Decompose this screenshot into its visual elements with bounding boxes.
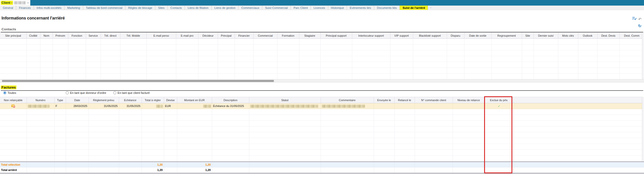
col-vip-support[interactable]: VIP support	[390, 33, 413, 39]
col-mots-cles[interactable]: Mots clés	[558, 33, 578, 39]
radio-toutes[interactable]	[3, 91, 6, 94]
col-email-perso[interactable]: E-mail perso	[146, 33, 176, 39]
col-financier[interactable]: Financier	[235, 33, 253, 39]
tab-tableau-de-bord-commercial[interactable]: Tableau de bord commercial	[83, 6, 125, 10]
tab-historique[interactable]: Historique	[328, 6, 347, 10]
tab-suivi-de-l-arriere[interactable]: Suivi de l'arriéré	[400, 6, 428, 10]
col-principal[interactable]: Principal	[218, 33, 235, 39]
col-statut[interactable]: Statut	[249, 97, 321, 103]
tab-sites[interactable]: Sites	[155, 6, 168, 10]
col-site-principal[interactable]: Site principal	[0, 33, 26, 39]
document-tab[interactable]: Client - ×	[0, 0, 30, 6]
tab-parc-client[interactable]: Parc Client	[291, 6, 311, 10]
contacts-section-label: Contacts	[2, 27, 16, 31]
filter-client-facture[interactable]: En tant que client facturé	[113, 91, 150, 94]
col-montant-en-eur[interactable]: Montant en EUR	[177, 97, 212, 103]
tab-options-icon[interactable]: ⁘	[428, 6, 433, 10]
col-disparu[interactable]: Disparu	[447, 33, 464, 39]
empty-row	[0, 150, 644, 156]
tab-suivi-commercial[interactable]: Suivi Commercial	[262, 6, 291, 10]
col-decideur[interactable]: Décideur	[198, 33, 218, 39]
col-nom[interactable]: Nom	[40, 33, 53, 39]
tab-regles-de-blocage[interactable]: Règles de blocage	[125, 6, 155, 10]
cell-echeance: 31/05/2025	[119, 103, 142, 109]
col-blackliste-support[interactable]: Blacklisté support	[413, 33, 447, 39]
empty-row	[0, 39, 644, 45]
col-relance-le[interactable]: Relancé le	[394, 97, 415, 103]
col-commercial[interactable]: Commercial	[253, 33, 277, 39]
tab-licences[interactable]: Licences	[311, 6, 328, 10]
cell-no-commande-client	[415, 103, 453, 109]
contacts-hscroll-thumb[interactable]	[2, 80, 274, 82]
col-dest-comm[interactable]: Dest. Comm	[619, 33, 644, 39]
col-dernier-suivi[interactable]: Dernier suivi	[534, 33, 558, 39]
col-total-a-regler[interactable]: Total à régler	[142, 97, 164, 103]
factures-header-row: Non relançable Numéro Type Date Règlemen…	[0, 97, 644, 103]
tab-contacts[interactable]: Contacts	[168, 6, 185, 10]
empty-row	[0, 132, 644, 138]
col-date[interactable]: Date	[66, 97, 88, 103]
tab-finances[interactable]: Finances	[16, 6, 34, 10]
col-interlocuteur-support[interactable]: Interlocuteur support	[352, 33, 390, 39]
col-niveau-de-relance[interactable]: Niveau de relance	[453, 97, 485, 103]
contacts-table-panel: Site principal Civilité Nom Prénom Fonct…	[0, 32, 644, 82]
redacted-statut	[250, 105, 318, 108]
col-tel-direct[interactable]: Tél. direct	[101, 33, 120, 39]
contacts-horizontal-scrollbar[interactable]	[0, 79, 644, 82]
col-no-commande-client[interactable]: N° commande client	[415, 97, 453, 103]
factures-vertical-scrollbar[interactable]	[642, 97, 644, 161]
filter-donneur-d-ordre[interactable]: En tant que donneur d'ordre	[66, 91, 106, 94]
col-echeance[interactable]: Echéance	[119, 97, 142, 103]
contacts-header-row: Site principal Civilité Nom Prénom Fonct…	[0, 33, 644, 39]
empty-row	[0, 74, 644, 79]
col-reglement-prevu[interactable]: Règlement prévu	[88, 97, 119, 103]
tab-commerciaux[interactable]: Commerciaux	[238, 6, 262, 10]
col-regroupement[interactable]: Regroupement	[491, 33, 522, 39]
col-formation[interactable]: Formation	[277, 33, 299, 39]
col-civilite[interactable]: Civilité	[26, 33, 40, 39]
radio-client-facture[interactable]	[113, 91, 116, 94]
contacts-empty-rows	[0, 39, 644, 79]
tab-general[interactable]: Général	[0, 6, 16, 10]
col-site[interactable]: Site	[522, 33, 534, 39]
col-numero[interactable]: Numéro	[27, 97, 54, 103]
col-service[interactable]: Service	[86, 33, 101, 39]
mail-recall-icon	[11, 104, 15, 107]
contacts-vertical-scrollbar[interactable]	[642, 32, 644, 79]
col-non-relancable[interactable]: Non relançable	[0, 97, 27, 103]
close-icon[interactable]: ×	[27, 2, 29, 4]
tab-evenements-lies[interactable]: Evènements liés	[347, 6, 374, 10]
col-date-de-sortie[interactable]: Date de sortie	[464, 33, 491, 39]
tab-liens-de-gestion[interactable]: Liens de gestion	[212, 6, 239, 10]
tab-infos-multi-societes[interactable]: Infos multi-sociétés	[34, 6, 64, 10]
col-exclue-du-prlv[interactable]: Exclue du prlv.	[485, 97, 513, 103]
col-dest-devis[interactable]: Dest. Devis	[597, 33, 619, 39]
radio-donneur-d-ordre[interactable]	[66, 91, 69, 94]
page-title: Informations concernant l'arriéré	[2, 16, 65, 20]
col-tel-mobile[interactable]: Tél. Mobile	[120, 33, 146, 39]
col-description[interactable]: Description	[212, 97, 249, 103]
cell-exclue-du-prlv: ✓	[485, 103, 513, 109]
col-email-pro[interactable]: E-mail pro	[176, 33, 198, 39]
validate-list-icon[interactable]	[632, 17, 637, 21]
tab-liens-de-filiation[interactable]: Liens de filiation	[185, 6, 211, 10]
col-commentaire[interactable]: Commentaire	[321, 97, 374, 103]
tab-documents-lies[interactable]: Documents liés	[374, 6, 400, 10]
refresh-icon[interactable]: ↻	[638, 24, 641, 28]
undo-icon[interactable]: ↶	[638, 17, 641, 21]
col-fonction[interactable]: Fonction	[68, 33, 86, 39]
col-devise[interactable]: Devise	[164, 97, 177, 103]
factures-section-label: Factures	[1, 85, 16, 89]
col-prenom[interactable]: Prénom	[53, 33, 68, 39]
col-type[interactable]: Type	[54, 97, 66, 103]
tab-marketing[interactable]: Marketing	[64, 6, 83, 10]
col-principal-support[interactable]: Principal support	[320, 33, 352, 39]
col-outlook[interactable]: Outlook	[578, 33, 597, 39]
filter-toutes-label: Toutes	[8, 91, 16, 94]
col-envoyee-le[interactable]: Envoyée le	[374, 97, 394, 103]
filter-toutes[interactable]: Toutes	[3, 91, 16, 94]
total-selection-row: Total sélection 1,20 1,20	[0, 162, 644, 167]
empty-row	[0, 62, 644, 68]
col-stagiaire[interactable]: Stagiaire	[299, 33, 320, 39]
facture-row[interactable]: F 28/03/2025 31/05/2025 31/05/2025 EUR É…	[0, 103, 644, 109]
